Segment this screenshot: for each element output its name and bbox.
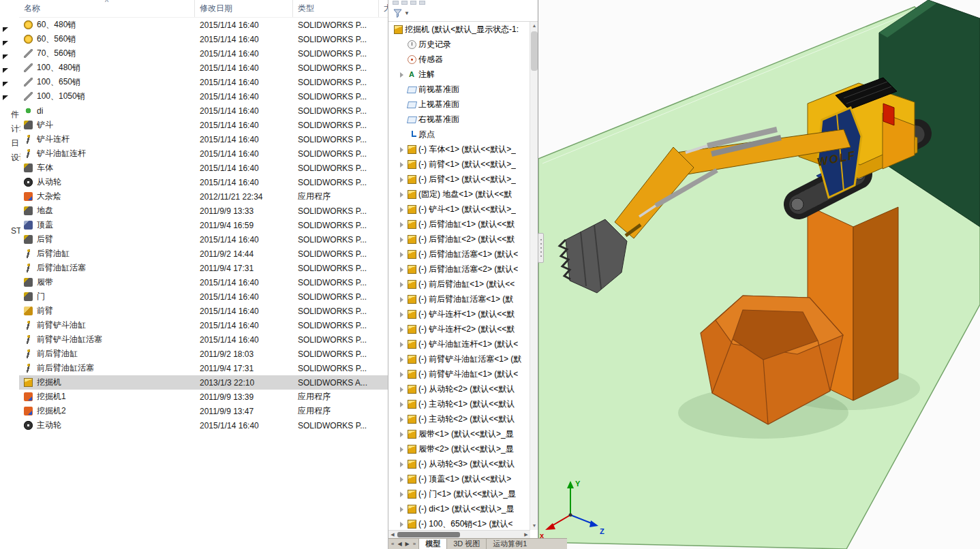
file-row[interactable]: 100、650销2015/1/14 16:40SOLIDWORKS P... xyxy=(19,75,388,89)
tree-vertical-scrollbar[interactable]: ▲ ▼ xyxy=(530,22,538,530)
tree-item[interactable]: (-) 前后臂油缸<1> (默认<< xyxy=(388,277,530,292)
expand-arrow-icon[interactable] xyxy=(398,236,405,243)
expand-arrow-icon[interactable] xyxy=(398,356,405,363)
filter-dropdown-caret[interactable]: ▼ xyxy=(404,10,410,16)
expand-arrow-icon[interactable] xyxy=(398,371,405,378)
file-row[interactable]: 70、560销2015/1/14 16:40SOLIDWORKS P... xyxy=(19,46,388,61)
tree-item[interactable]: (-) 顶盖<1> (默认<<默认> xyxy=(388,471,530,486)
tree-item[interactable]: (-) 前臂铲斗油缸活塞<1> (默 xyxy=(388,351,530,366)
tree-item[interactable]: 上视基准面 xyxy=(388,97,530,112)
tree-item[interactable]: (-) 门<1> (默认<<默认>_显 xyxy=(388,486,530,501)
tree-item[interactable]: 履带<2> (默认<<默认>_显 xyxy=(388,441,530,456)
expand-arrow-icon[interactable] xyxy=(398,266,405,273)
expand-arrow-icon[interactable] xyxy=(398,430,405,438)
tree-item[interactable]: (-) 后臂油缸<2> (默认<<默 xyxy=(388,232,530,247)
expand-arrow-icon[interactable] xyxy=(398,176,405,183)
file-row[interactable]: 前后臂油缸活塞2011/9/4 17:31SOLIDWORKS P... xyxy=(19,361,388,375)
column-header-date[interactable]: 修改日期 xyxy=(195,0,293,17)
file-row[interactable]: 后臂油缸活塞2011/9/4 17:31SOLIDWORKS P... xyxy=(19,261,388,275)
file-row[interactable]: 履带2015/1/14 16:40SOLIDWORKS P... xyxy=(19,275,388,289)
file-row[interactable]: 铲斗连杆2015/1/14 16:40SOLIDWORKS P... xyxy=(19,132,388,146)
tree-item[interactable]: (-) di<1> (默认<<默认>_显 xyxy=(388,501,530,516)
file-row[interactable]: 前后臂油缸2011/9/2 18:03SOLIDWORKS P... xyxy=(19,347,388,361)
file-row[interactable]: 后臂油缸2011/9/2 14:44SOLIDWORKS P... xyxy=(19,247,388,261)
tree-item[interactable]: (-) 主动轮<1> (默认<<默认 xyxy=(388,396,530,411)
file-row[interactable]: 大杂烩2012/11/21 22:34应用程序 xyxy=(19,189,388,204)
column-header-type[interactable]: 类型 xyxy=(293,0,379,17)
expand-arrow-icon[interactable] xyxy=(398,490,405,498)
tree-item[interactable]: (-) 前臂<1> (默认<<默认>_ xyxy=(388,157,530,172)
expand-arrow-icon[interactable] xyxy=(398,386,405,393)
expand-arrow-icon[interactable] xyxy=(398,161,405,168)
tab-scroll-button[interactable]: « xyxy=(390,541,395,547)
file-row[interactable]: 地盘2011/9/9 13:33SOLIDWORKS P... xyxy=(19,204,388,218)
tree-item[interactable]: 传感器 xyxy=(388,52,530,67)
tree-item[interactable]: 历史记录 xyxy=(388,37,530,52)
file-row[interactable]: 60、480销2015/1/14 16:40SOLIDWORKS P... xyxy=(19,18,388,32)
file-row[interactable]: 挖掘机2013/1/3 22:10SOLIDWORKS A... xyxy=(19,375,388,390)
tab-scroll-button[interactable]: » xyxy=(412,541,417,547)
file-row[interactable]: 前臂铲斗油缸2015/1/14 16:40SOLIDWORKS P... xyxy=(19,318,388,332)
filter-funnel-icon[interactable] xyxy=(393,9,402,18)
file-row[interactable]: 挖掘机12011/9/9 13:39应用程序 xyxy=(19,390,388,404)
expand-arrow-icon[interactable] xyxy=(398,445,405,453)
scroll-up-icon[interactable]: ▲ xyxy=(530,22,538,30)
tab-inactive[interactable]: 运动算例1 xyxy=(486,539,533,549)
expand-arrow-icon[interactable] xyxy=(398,146,405,153)
tab-inactive[interactable]: 3D 视图 xyxy=(446,539,486,549)
expand-arrow-icon[interactable] xyxy=(398,221,405,228)
expand-arrow-icon[interactable] xyxy=(398,296,405,303)
expand-arrow-icon[interactable] xyxy=(398,505,405,513)
expand-arrow-icon[interactable] xyxy=(398,311,405,318)
tree-item[interactable]: (-) 铲斗油缸连杆<1> (默认< xyxy=(388,336,530,351)
tree-item[interactable]: (-) 前后臂油缸活塞<1> (默 xyxy=(388,292,530,307)
tree-item[interactable]: 右视基准面 xyxy=(388,112,530,127)
tree-root-item[interactable]: 挖掘机 (默认<默认_显示状态-1: xyxy=(388,22,530,37)
expand-arrow-icon[interactable] xyxy=(398,71,405,78)
graphics-viewport[interactable]: WOLF Y x Z xyxy=(538,0,980,549)
expand-arrow-icon[interactable] xyxy=(398,341,405,348)
tree-item[interactable]: (-) 从动轮<3> (默认<<默认 xyxy=(388,456,530,471)
tab-scroll-button[interactable]: ▶ xyxy=(404,541,411,547)
file-row[interactable]: 60、560销2015/1/14 16:40SOLIDWORKS P... xyxy=(19,32,388,46)
file-row[interactable]: 前臂铲斗油缸活塞2015/1/14 16:40SOLIDWORKS P... xyxy=(19,332,388,347)
file-row[interactable]: 挖掘机22011/9/9 13:47应用程序 xyxy=(19,404,388,418)
tree-item[interactable]: 前视基准面 xyxy=(388,82,530,97)
column-header-size[interactable]: 大 xyxy=(379,0,388,17)
file-row[interactable]: 铲斗油缸连杆2015/1/14 16:40SOLIDWORKS P... xyxy=(19,146,388,161)
panel-splitter-handle[interactable] xyxy=(538,233,544,263)
tab-active[interactable]: 模型 xyxy=(418,539,446,549)
file-row[interactable]: 前臂2015/1/14 16:40SOLIDWORKS P... xyxy=(19,304,388,318)
tree-item[interactable]: (-) 后臂<1> (默认<<默认>_ xyxy=(388,172,530,187)
tab-scroll-button[interactable]: ◀ xyxy=(396,541,403,547)
tree-item[interactable]: (-) 后臂油缸<1> (默认<<默 xyxy=(388,217,530,232)
file-row[interactable]: 从动轮2015/1/14 16:40SOLIDWORKS P... xyxy=(19,175,388,189)
hscroll-thumb[interactable] xyxy=(397,532,460,537)
file-row[interactable]: 主动轮2015/1/14 16:40SOLIDWORKS P... xyxy=(19,418,388,433)
file-row[interactable]: di2015/1/14 16:40SOLIDWORKS P... xyxy=(19,104,388,118)
file-row[interactable]: 车体2015/1/14 16:40SOLIDWORKS P... xyxy=(19,161,388,175)
vscroll-thumb[interactable] xyxy=(531,31,538,71)
expand-arrow-icon[interactable] xyxy=(398,520,405,528)
tree-item[interactable]: (-) 后臂油缸活塞<2> (默认< xyxy=(388,262,530,277)
scroll-down-icon[interactable]: ▼ xyxy=(530,522,538,530)
file-row[interactable]: 100、1050销2015/1/14 16:40SOLIDWORKS P... xyxy=(19,89,388,104)
tree-item[interactable]: (-) 主动轮<2> (默认<<默认 xyxy=(388,411,530,426)
tree-item[interactable]: (-) 铲斗连杆<2> (默认<<默 xyxy=(388,321,530,336)
file-row[interactable]: 门2015/1/14 16:40SOLIDWORKS P... xyxy=(19,289,388,304)
expand-arrow-icon[interactable] xyxy=(398,206,405,213)
file-row[interactable]: 100、480销2015/1/14 16:40SOLIDWORKS P... xyxy=(19,61,388,75)
tree-item[interactable]: (-) 铲斗<1> (默认<<默认>_ xyxy=(388,202,530,217)
tree-item[interactable]: (-) 铲斗连杆<1> (默认<<默 xyxy=(388,307,530,321)
file-row[interactable]: 顶盖2011/9/4 16:59SOLIDWORKS P... xyxy=(19,218,388,232)
tree-item[interactable]: (固定) 地盘<1> (默认<<默 xyxy=(388,187,530,202)
expand-arrow-icon[interactable] xyxy=(398,475,405,483)
expand-arrow-icon[interactable] xyxy=(398,281,405,288)
tree-item[interactable]: (-) 100、650销<1> (默认< xyxy=(388,516,530,530)
expand-arrow-icon[interactable] xyxy=(398,191,405,198)
file-row[interactable]: 铲斗2015/1/14 16:40SOLIDWORKS P... xyxy=(19,118,388,132)
tree-item[interactable]: 履带<1> (默认<<默认>_显 xyxy=(388,426,530,441)
expand-arrow-icon[interactable] xyxy=(398,401,405,408)
tree-item[interactable]: (-) 前臂铲斗油缸<1> (默认< xyxy=(388,366,530,381)
expand-arrow-icon[interactable] xyxy=(398,415,405,423)
